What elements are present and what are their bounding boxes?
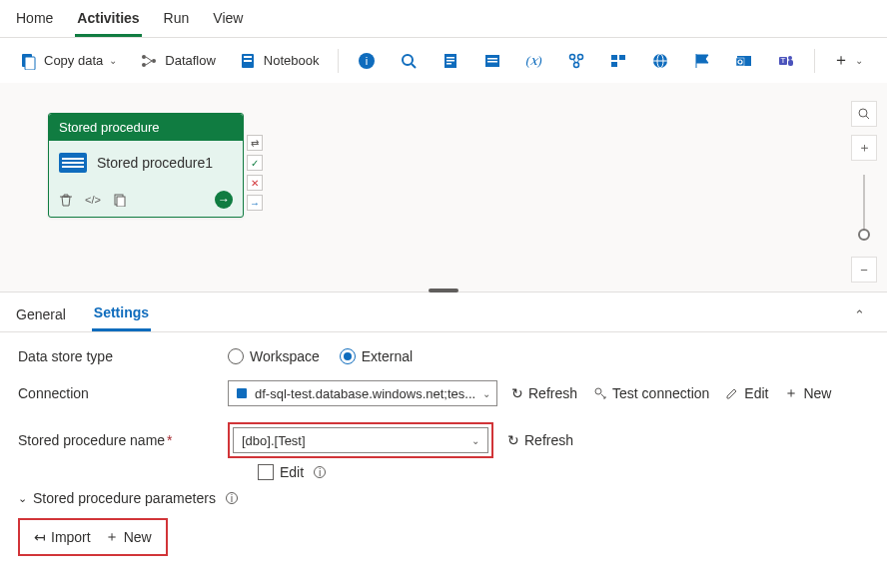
variable-button[interactable]: (𝑥) — [516, 47, 552, 75]
notebook-label: Notebook — [264, 53, 320, 68]
web-button[interactable] — [642, 47, 678, 75]
tab-home[interactable]: Home — [14, 6, 55, 37]
card-icon — [608, 51, 628, 71]
svg-point-33 — [788, 56, 792, 60]
edit-checkbox[interactable] — [258, 464, 274, 480]
notebook-icon — [238, 51, 258, 71]
new-param-button[interactable]: ＋New — [105, 528, 152, 546]
info-button[interactable]: i — [349, 47, 385, 75]
panel-tab-settings[interactable]: Settings — [92, 298, 151, 331]
outlook-icon — [734, 51, 754, 71]
handle-skip-icon[interactable]: → — [247, 195, 263, 211]
handle-edit-icon[interactable]: ⇄ — [247, 135, 263, 151]
refresh-connection-button[interactable]: ↻Refresh — [511, 384, 577, 402]
copy-data-icon — [18, 51, 38, 71]
radio-external-label: External — [362, 348, 413, 364]
refresh-icon: ↻ — [511, 385, 523, 401]
flag-button[interactable] — [684, 47, 720, 75]
svg-rect-34 — [788, 60, 793, 66]
test-connection-button[interactable]: Test connection — [593, 384, 709, 402]
search-button[interactable] — [391, 47, 427, 75]
new-connection-button[interactable]: ＋New — [784, 384, 831, 402]
teams-icon: T — [776, 51, 796, 71]
panel-resize-grip[interactable] — [429, 289, 458, 293]
refresh-label: Refresh — [528, 385, 577, 401]
add-button[interactable]: ＋⌄ — [825, 46, 871, 75]
globe-icon — [650, 51, 670, 71]
activity-card[interactable]: Stored procedure Stored procedure1 </> → — [48, 113, 244, 218]
zoom-out-button[interactable]: − — [851, 257, 877, 283]
radio-external[interactable]: External — [340, 348, 413, 364]
svg-rect-6 — [244, 56, 252, 58]
edit-connection-button[interactable]: Edit — [725, 384, 768, 402]
row-connection: Connection df-sql-test.database.windows.… — [18, 380, 869, 406]
outlook-button[interactable] — [726, 47, 762, 75]
dataflow-label: Dataflow — [165, 53, 216, 68]
svg-rect-29 — [736, 58, 744, 66]
toolbar: Copy data ⌄ Dataflow Notebook i (𝑥) T ＋⌄ — [0, 38, 887, 83]
settings-panel: Data store type Workspace External Conne… — [0, 332, 887, 564]
teams-button[interactable]: T — [768, 47, 804, 75]
sp-params-label: Stored procedure parameters — [33, 490, 216, 506]
info-icon[interactable]: i — [226, 492, 238, 504]
sp-name-label: Stored procedure name* — [18, 432, 228, 448]
delete-icon[interactable] — [59, 193, 73, 207]
copy-icon[interactable] — [113, 193, 127, 207]
new-label: New — [124, 529, 152, 545]
svg-line-11 — [412, 64, 416, 68]
connection-dropdown[interactable]: df-sql-test.database.windows.net;tes... … — [228, 380, 497, 406]
svg-text:i: i — [365, 55, 367, 67]
svg-rect-1 — [25, 57, 35, 70]
activity-name: Stored procedure1 — [97, 155, 213, 171]
refresh-label: Refresh — [524, 432, 573, 448]
info-icon[interactable]: i — [314, 466, 326, 478]
edit-checkbox-label: Edit — [280, 464, 304, 480]
plus-icon: ＋ — [833, 50, 849, 71]
canvas-search-button[interactable] — [851, 101, 877, 127]
code-icon[interactable]: </> — [85, 194, 101, 206]
list-button[interactable] — [474, 47, 510, 75]
toolbar-separator — [814, 49, 815, 73]
handle-success-icon[interactable]: ✓ — [247, 155, 263, 171]
tab-view[interactable]: View — [211, 6, 245, 37]
radio-workspace[interactable]: Workspace — [228, 348, 320, 364]
import-params-button[interactable]: ↤Import — [34, 528, 91, 546]
zoom-in-button[interactable]: ＋ — [851, 135, 877, 161]
tab-run[interactable]: Run — [162, 6, 192, 37]
canvas[interactable]: Stored procedure Stored procedure1 </> →… — [0, 83, 887, 293]
activity-side-handles: ⇄ ✓ ✕ → — [247, 135, 263, 211]
chevron-down-icon: ⌄ — [471, 435, 479, 446]
svg-rect-36 — [117, 197, 125, 207]
svg-rect-17 — [487, 58, 497, 60]
activity-body: Stored procedure1 — [49, 141, 243, 185]
sp-params-header[interactable]: ⌄ Stored procedure parameters i — [18, 490, 869, 506]
tab-activities[interactable]: Activities — [75, 6, 141, 37]
refresh-sp-button[interactable]: ↻Refresh — [507, 432, 573, 448]
zoom-slider[interactable] — [863, 175, 865, 235]
svg-point-21 — [573, 62, 578, 67]
svg-rect-39 — [237, 388, 247, 398]
dataflow-button[interactable]: Dataflow — [131, 47, 224, 75]
card-button[interactable] — [600, 47, 636, 75]
notebook-button[interactable]: Notebook — [230, 47, 328, 75]
activity-header: Stored procedure — [49, 114, 243, 141]
script-button[interactable] — [433, 47, 468, 75]
toolbar-separator — [338, 49, 339, 73]
chevron-down-icon: ⌄ — [18, 492, 27, 505]
database-icon — [235, 386, 249, 400]
collapse-panel-button[interactable]: ⌃ — [854, 307, 865, 322]
svg-text:T: T — [780, 56, 785, 65]
plus-icon: ＋ — [784, 384, 798, 402]
copy-data-button[interactable]: Copy data ⌄ — [10, 47, 125, 75]
panel-tab-general[interactable]: General — [14, 300, 68, 330]
handle-fail-icon[interactable]: ✕ — [247, 175, 263, 191]
pencil-icon — [725, 386, 739, 400]
zoom-slider-knob[interactable] — [858, 229, 870, 241]
row-sp-name: Stored procedure name* [dbo].[Test] ⌄ ↻R… — [18, 422, 869, 458]
pipeline-button[interactable] — [558, 47, 594, 75]
new-label: New — [803, 385, 831, 401]
sp-name-dropdown[interactable]: [dbo].[Test] ⌄ — [233, 427, 488, 453]
svg-point-10 — [403, 55, 413, 65]
run-arrow-icon[interactable]: → — [215, 191, 233, 209]
connection-value: df-sql-test.database.windows.net;tes... — [255, 386, 476, 401]
